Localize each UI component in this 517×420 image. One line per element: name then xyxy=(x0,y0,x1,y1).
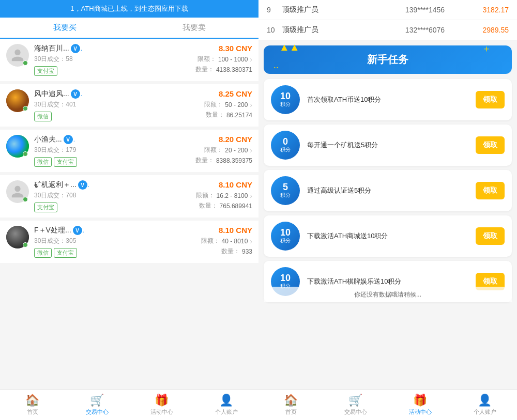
leaderboard-section: 9 顶级推广员 139****1456 3182.17 10 顶级推广员 132… xyxy=(258,0,517,40)
task-claim-button[interactable]: 领取 xyxy=(476,227,505,245)
verified-badge: V xyxy=(73,226,82,235)
task-claim-button[interactable]: 领取 xyxy=(476,136,505,154)
payment-tag: 支付宝 xyxy=(34,203,57,212)
leaderboard-phone: 139****1456 xyxy=(377,6,473,14)
listing-right: 8.10 CNY 限额：16.2 - 8100› 数量：765.689941 xyxy=(170,180,252,212)
activity-icon: 🎁 xyxy=(413,394,427,407)
exchange-icon: 🛒 xyxy=(90,394,104,407)
right-nav-exchange-label: 交易中心 xyxy=(344,408,367,416)
listing-item[interactable]: 小渔夫... V . 30日成交：179 微信 支付宝 8.20 CNY 限额：… xyxy=(0,130,258,172)
listing-name: 风中追风... xyxy=(34,89,69,99)
task-points-label: 积分 xyxy=(280,237,291,244)
task-points-circle: 0 积分 xyxy=(271,131,300,160)
leaderboard-title: 顶级推广员 xyxy=(282,5,377,14)
banner-text: 1，ATH商城已上线，到生态圈应用下载 xyxy=(70,5,188,12)
task-description: 通过高级认证送5积分 xyxy=(307,186,470,195)
listing-limit: 限额：50 - 200› xyxy=(170,100,252,109)
task-item: 10 积分 首次领取ATH币送10积分 领取 xyxy=(264,79,512,120)
task-item: 5 积分 通过高级认证送5积分 领取 xyxy=(264,170,512,211)
banner-plus: ＋ xyxy=(482,42,491,55)
right-nav-account-label: 个人账户 xyxy=(474,408,496,416)
listing-name: 小渔夫... xyxy=(34,135,62,144)
task-description: 下载激活ATH棋牌娱乐送10积分 xyxy=(307,277,470,286)
leaderboard-row: 9 顶级推广员 139****1456 3182.17 xyxy=(258,0,517,20)
home-icon: 🏠 xyxy=(25,394,39,407)
listing-name: F＋V处理... xyxy=(34,226,71,235)
task-description: 下载激活ATH商城送10积分 xyxy=(307,231,470,241)
listing-item[interactable]: 风中追风... V . 30日成交：401 微信 8.25 CNY 限额：50 … xyxy=(0,84,258,127)
right-nav-activity[interactable]: 🎁 活动中心 xyxy=(388,390,452,420)
banner-decoration: ▲▲ xyxy=(279,41,300,53)
right-nav-exchange[interactable]: 🛒 交易中心 xyxy=(323,390,388,420)
payment-tags: 微信 支付宝 xyxy=(34,157,170,167)
listing-item[interactable]: F＋V处理... V . 30日成交：305 微信 支付宝 8.10 CNY 限… xyxy=(0,221,258,263)
online-indicator xyxy=(23,151,28,157)
verified-badge: V xyxy=(71,44,80,53)
nav-activity[interactable]: 🎁 活动中心 xyxy=(129,390,194,420)
listing-price: 8.30 CNY xyxy=(170,44,252,53)
right-bottom-nav: 🏠 首页 🛒 交易中心 🎁 活动中心 👤 个人账户 xyxy=(258,389,517,420)
verified-dot: . xyxy=(81,45,82,52)
verified-dot: . xyxy=(73,136,75,143)
listing-right: 8.10 CNY 限额：40 - 8010› 数量：933 xyxy=(170,226,252,257)
listing-price: 8.25 CNY xyxy=(170,89,252,98)
listing-trades: 30日成交：708 xyxy=(34,191,170,200)
task-claim-button[interactable]: 领取 xyxy=(476,182,505,199)
task-description: 每开通一个矿机送5积分 xyxy=(307,141,470,150)
task-points-num: 0 xyxy=(283,137,288,146)
listing-quantity: 数量：933 xyxy=(170,247,252,256)
payment-tag: 支付宝 xyxy=(34,66,57,76)
verified-badge: V xyxy=(78,180,87,190)
nav-account[interactable]: 👤 个人账户 xyxy=(194,390,258,420)
listing-trades: 30日成交：305 xyxy=(34,237,170,245)
task-points-circle: 5 积分 xyxy=(271,176,300,205)
right-nav-home-label: 首页 xyxy=(285,408,297,416)
listing-info: F＋V处理... V . 30日成交：305 微信 支付宝 xyxy=(34,226,170,258)
verified-badge: V xyxy=(71,89,80,99)
task-points-label: 积分 xyxy=(280,192,291,199)
listing-quantity: 数量：8388.359375 xyxy=(170,156,252,165)
nav-activity-label: 活动中心 xyxy=(150,408,173,416)
tasks-banner-title: 新手任务 xyxy=(367,54,408,65)
listing-trades: 30日成交：179 xyxy=(34,146,170,154)
task-points-num: 10 xyxy=(280,228,291,237)
leaderboard-rank: 9 xyxy=(267,6,282,14)
payment-tag: 支付宝 xyxy=(54,157,77,167)
listing-right: 8.25 CNY 限额：50 - 200› 数量：86.25174 xyxy=(170,89,252,121)
online-indicator xyxy=(23,197,28,202)
listing-info: 海纳百川... V . 30日成交：58 支付宝 xyxy=(34,44,170,76)
listing-price: 8.10 CNY xyxy=(170,226,252,235)
nav-exchange-label: 交易中心 xyxy=(86,408,109,416)
overlay-text: 你还没有数据哦请稍候... xyxy=(354,290,421,299)
tab-buy[interactable]: 我要买 xyxy=(0,18,129,39)
listing-quantity: 数量：765.689941 xyxy=(170,201,252,210)
payment-tag: 微信 xyxy=(34,112,52,121)
listing-item[interactable]: 海纳百川... V . 30日成交：58 支付宝 8.30 CNY 限额：100… xyxy=(0,39,258,81)
verified-dot: . xyxy=(83,227,84,234)
exchange-icon: 🛒 xyxy=(348,394,362,407)
left-tab-bar: 我要买 我要卖 xyxy=(0,18,258,39)
right-nav-account[interactable]: 👤 个人账户 xyxy=(452,390,517,420)
task-points-circle: 10 积分 xyxy=(271,222,300,251)
tab-sell[interactable]: 我要卖 xyxy=(129,18,258,38)
payment-tags: 微信 支付宝 xyxy=(34,248,170,258)
top-banner: 1，ATH商城已上线，到生态圈应用下载 xyxy=(0,0,258,18)
listing-trades: 30日成交：58 xyxy=(34,55,170,64)
online-indicator xyxy=(23,60,28,66)
leaderboard-title: 顶级推广员 xyxy=(282,25,377,35)
task-points-circle: 10 积分 xyxy=(271,85,300,114)
online-indicator xyxy=(23,242,28,247)
right-nav-home[interactable]: 🏠 首页 xyxy=(258,390,323,420)
task-claim-button[interactable]: 领取 xyxy=(476,91,505,108)
payment-tags: 微信 xyxy=(34,112,170,121)
listing-right: 8.30 CNY 限额：100 - 1000› 数量：4138.380371 xyxy=(170,44,252,75)
nav-home[interactable]: 🏠 首页 xyxy=(0,390,65,420)
left-panel: 1，ATH商城已上线，到生态圈应用下载 我要买 我要卖 海纳百川... V . xyxy=(0,0,258,420)
nav-exchange[interactable]: 🛒 交易中心 xyxy=(65,390,129,420)
task-points-num: 10 xyxy=(280,91,291,101)
nav-account-label: 个人账户 xyxy=(215,408,238,416)
listing-item[interactable]: 矿机返利＋... V . 30日成交：708 支付宝 8.10 CNY 限额：1… xyxy=(0,175,258,217)
leaderboard-phone: 132****6076 xyxy=(377,26,473,34)
task-points-num: 5 xyxy=(283,182,288,192)
online-indicator xyxy=(23,106,28,111)
